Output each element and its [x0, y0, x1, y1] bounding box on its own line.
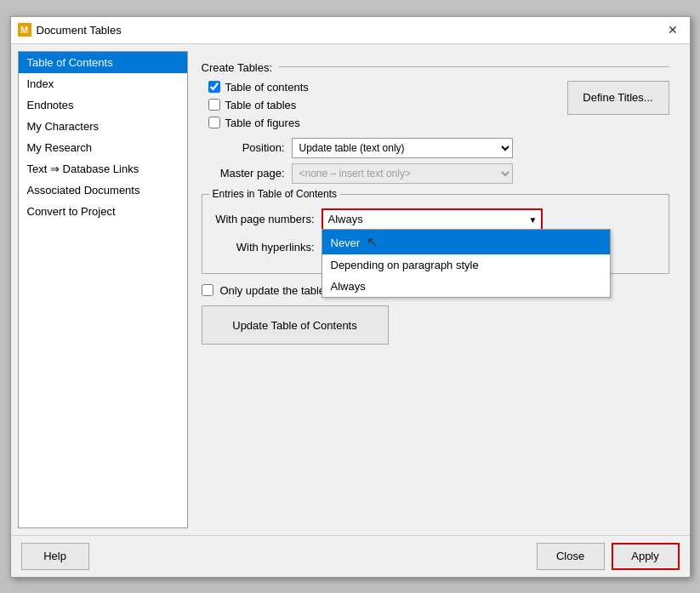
title-bar-left: M Document Tables [18, 23, 122, 37]
tof-label: Table of figures [225, 117, 300, 129]
dialog-body: Table of Contents Index Endnotes My Char… [11, 44, 690, 535]
tof-checkbox[interactable] [208, 117, 220, 128]
entries-group: Entries in Table of Contents With page n… [202, 194, 669, 274]
only-update-checkbox[interactable] [202, 284, 213, 296]
toc-checkbox[interactable] [208, 81, 220, 93]
position-dropdown-container: Update table (text only) [292, 138, 513, 158]
page-numbers-row: With page numbers: Always ▼ Never ↖ [213, 208, 658, 231]
master-page-label: Master page: [208, 167, 285, 180]
dropdown-option-never[interactable]: Never ↖ [322, 230, 610, 254]
sidebar: Table of Contents Index Endnotes My Char… [18, 51, 188, 528]
master-page-dropdown-container: <none – insert text only> [292, 163, 513, 184]
toc-label: Table of contents [225, 81, 309, 94]
sidebar-item-convert-to-project[interactable]: Convert to Project [19, 201, 187, 222]
help-button[interactable]: Help [21, 543, 89, 570]
dialog-title: Document Tables [37, 24, 122, 37]
position-row: Position: Update table (text only) [202, 138, 669, 158]
dropdown-option-depending[interactable]: Depending on paragraph style [322, 254, 610, 276]
close-icon[interactable]: ✕ [663, 20, 683, 40]
main-panel: Create Tables: Table of contents Table o… [188, 51, 683, 528]
tof-checkbox-row: Table of figures [208, 117, 554, 129]
dropdown-option-always[interactable]: Always [322, 276, 610, 297]
sidebar-item-index[interactable]: Index [19, 73, 187, 94]
title-bar: M Document Tables ✕ [11, 17, 690, 44]
sidebar-item-associated-docs[interactable]: Associated Documents [19, 180, 187, 201]
create-tables-label: Create Tables: [202, 58, 273, 74]
position-select[interactable]: Update table (text only) [292, 138, 513, 158]
sidebar-item-endnotes[interactable]: Endnotes [19, 94, 187, 116]
master-page-row: Master page: <none – insert text only> [202, 163, 669, 184]
entries-legend: Entries in Table of Contents [209, 188, 341, 200]
define-titles-container: Define Titles... [567, 81, 669, 129]
dialog-footer: Help Close Apply [11, 535, 690, 577]
tot-checkbox-row: Table of tables [208, 99, 554, 111]
page-numbers-dropdown-wrapper: Always ▼ Never ↖ Depending on paragraph … [322, 208, 543, 231]
tot-label: Table of tables [225, 99, 297, 111]
apply-button[interactable]: Apply [612, 543, 680, 570]
close-button[interactable]: Close [537, 543, 605, 570]
toc-checkbox-row: Table of contents [208, 81, 554, 94]
document-tables-dialog: M Document Tables ✕ Table of Contents In… [10, 16, 691, 578]
sidebar-item-table-of-contents[interactable]: Table of Contents [19, 52, 187, 73]
app-icon: M [18, 23, 31, 37]
cursor-icon: ↖ [367, 234, 378, 250]
hyperlinks-label: With hyperlinks: [213, 241, 315, 254]
sidebar-item-text-db-links[interactable]: Text ⇒ Database Links [19, 158, 187, 180]
page-numbers-select[interactable]: Always [322, 208, 543, 231]
page-numbers-dropdown-open: Never ↖ Depending on paragraph style Alw… [322, 229, 611, 298]
sidebar-item-my-characters[interactable]: My Characters [19, 116, 187, 137]
sidebar-item-my-research[interactable]: My Research [19, 137, 187, 158]
checkboxes-col: Table of contents Table of tables Table … [208, 81, 554, 129]
master-page-select[interactable]: <none – insert text only> [292, 163, 513, 184]
page-numbers-label: With page numbers: [213, 213, 315, 225]
update-table-button[interactable]: Update Table of Contents [202, 305, 389, 345]
position-label: Position: [208, 141, 285, 154]
define-titles-button[interactable]: Define Titles... [567, 81, 669, 115]
tot-checkbox[interactable] [208, 99, 220, 111]
